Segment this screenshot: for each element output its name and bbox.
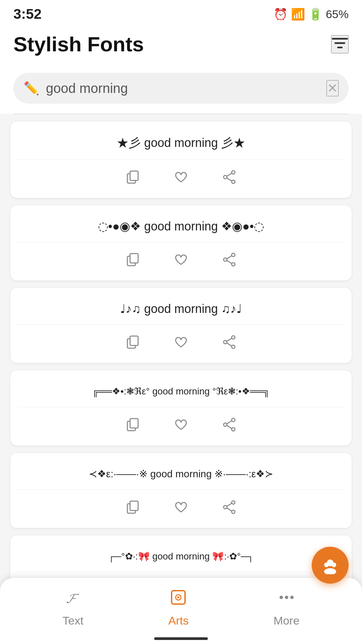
arts-nav-label: Arts [168, 614, 188, 627]
nav-item-arts[interactable]: Arts [168, 588, 188, 627]
like-button-1[interactable] [170, 166, 192, 191]
edit-icon: ✏️ [23, 81, 39, 96]
font-text-5: ≺❖ε:·——·※ good morning ※·——·:ε❖≻ [17, 463, 345, 490]
search-bar: ✏️ ✕ [13, 73, 349, 104]
svg-point-21 [224, 340, 227, 344]
fab-button[interactable] [312, 547, 349, 584]
like-button-3[interactable] [170, 331, 192, 356]
svg-line-36 [227, 503, 232, 506]
app-header: Stylish Fonts [0, 25, 362, 66]
font-actions-3 [17, 325, 345, 356]
svg-point-35 [224, 505, 227, 509]
like-button-4[interactable] [170, 414, 192, 439]
copy-button-1[interactable] [122, 166, 143, 191]
svg-point-48 [324, 562, 329, 567]
font-card-4: ╔══❖•:❃ℜε° good morning °ℜε❃:•❖══╗ [10, 370, 352, 446]
svg-line-15 [227, 256, 232, 259]
svg-line-22 [227, 338, 232, 341]
filter-button[interactable] [331, 35, 349, 53]
svg-point-54 [285, 596, 288, 599]
status-time: 3:52 [13, 6, 42, 22]
font-actions-1 [17, 160, 345, 191]
svg-point-33 [232, 501, 235, 504]
svg-rect-1 [335, 42, 345, 44]
svg-rect-18 [130, 336, 138, 345]
copy-button-2[interactable] [122, 249, 143, 274]
alarm-icon: ⏰ [274, 7, 288, 21]
copy-button-4[interactable] [122, 414, 143, 439]
svg-line-29 [227, 421, 232, 424]
svg-point-34 [232, 510, 235, 514]
svg-point-26 [232, 418, 235, 422]
bottom-nav: 𝓕 Text Arts More [0, 578, 362, 644]
battery-icon: 🔋 [308, 7, 322, 21]
share-button-5[interactable] [219, 496, 240, 521]
font-text-6: ┌─°✿·:🎀 good morning 🎀:·✿°─┐ [17, 545, 345, 572]
more-nav-icon [277, 588, 296, 611]
svg-point-12 [232, 253, 235, 257]
more-nav-label: More [274, 614, 299, 627]
font-text-2: ◌•●◉❖ good morning ❖◉●•◌ [17, 215, 345, 242]
svg-point-14 [224, 258, 227, 261]
search-container: ✏️ ✕ [0, 66, 362, 114]
svg-line-37 [227, 508, 232, 511]
nav-item-more[interactable]: More [274, 588, 299, 627]
clear-button[interactable]: ✕ [326, 80, 339, 96]
svg-point-6 [232, 180, 235, 183]
copy-button-5[interactable] [122, 496, 143, 521]
status-bar: 3:52 ⏰ 📶 🔋 65% [0, 0, 362, 25]
svg-point-52 [177, 596, 179, 598]
font-text-4: ╔══❖•:❃ℜε° good morning °ℜε❃:•❖══╗ [17, 380, 345, 407]
font-actions-4 [17, 407, 345, 439]
text-nav-icon: 𝓕 [64, 588, 82, 611]
svg-line-16 [227, 260, 232, 264]
share-button-3[interactable] [219, 331, 240, 356]
svg-rect-0 [332, 38, 348, 40]
svg-point-53 [280, 596, 283, 599]
svg-line-30 [227, 425, 232, 429]
svg-rect-32 [130, 501, 138, 511]
font-card-3: ♩♪♫ good morning ♫♪♩ [10, 287, 352, 363]
cards-container: ★彡 good morning 彡★ [0, 114, 362, 644]
like-button-5[interactable] [170, 496, 192, 521]
share-button-4[interactable] [219, 414, 240, 439]
font-card-2: ◌•●◉❖ good morning ❖◉●•◌ [10, 205, 352, 281]
font-text-1: ★彡 good morning 彡★ [17, 131, 345, 160]
font-text-3: ♩♪♫ good morning ♫♪♩ [17, 298, 345, 325]
svg-line-8 [227, 173, 232, 176]
svg-line-23 [227, 343, 232, 346]
svg-line-9 [227, 178, 232, 181]
home-indicator [154, 637, 208, 640]
share-button-1[interactable] [219, 166, 240, 191]
svg-point-55 [290, 596, 294, 599]
svg-rect-2 [337, 47, 343, 48]
like-button-2[interactable] [170, 249, 192, 274]
svg-point-27 [232, 428, 235, 431]
svg-point-20 [232, 345, 235, 348]
status-icons: ⏰ 📶 🔋 65% [274, 7, 349, 21]
font-actions-2 [17, 242, 345, 274]
page-title: Stylish Fonts [13, 32, 144, 56]
svg-point-46 [324, 568, 336, 574]
svg-text:𝓕: 𝓕 [66, 591, 79, 606]
svg-point-7 [224, 175, 227, 179]
text-nav-label: Text [63, 614, 83, 627]
font-actions-5 [17, 490, 345, 521]
signal-icon: 📶 [291, 7, 305, 21]
svg-point-28 [224, 423, 227, 426]
svg-rect-11 [130, 254, 138, 263]
battery-percent: 65% [326, 8, 349, 21]
nav-item-text[interactable]: 𝓕 Text [63, 588, 83, 627]
svg-point-5 [232, 171, 235, 174]
svg-rect-4 [130, 171, 138, 180]
svg-point-47 [331, 562, 336, 567]
svg-point-13 [232, 263, 235, 266]
copy-button-3[interactable] [122, 331, 143, 356]
svg-point-19 [232, 336, 235, 339]
arts-nav-icon [169, 588, 188, 611]
font-card-1: ★彡 good morning 彡★ [10, 121, 352, 198]
svg-rect-25 [130, 419, 138, 428]
share-button-2[interactable] [219, 249, 240, 274]
font-card-5: ≺❖ε:·——·※ good morning ※·——·:ε❖≻ [10, 452, 352, 528]
search-input[interactable] [46, 81, 320, 96]
